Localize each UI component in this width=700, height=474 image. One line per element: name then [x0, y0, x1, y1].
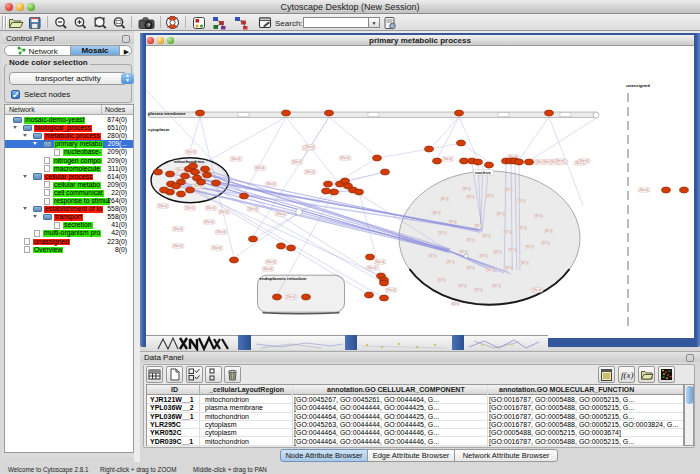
svg-text:[Go:st]: [Go:st] — [249, 207, 258, 211]
svg-text:[GO:s]: [GO:s] — [497, 212, 505, 216]
svg-text:[GO:s]: [GO:s] — [486, 194, 494, 198]
svg-text:[GO:s]: [GO:s] — [542, 241, 550, 245]
svg-text:[Go:st]: [Go:st] — [444, 157, 453, 161]
svg-text:[GO:s]: [GO:s] — [449, 220, 457, 224]
svg-text:[Go:st]: [Go:st] — [306, 145, 315, 149]
svg-text:[Go:st]: [Go:st] — [256, 166, 265, 170]
svg-text:[GO:s]: [GO:s] — [429, 254, 437, 258]
svg-text:[GO:s]: [GO:s] — [439, 231, 447, 235]
svg-text:[GO:s]: [GO:s] — [467, 266, 475, 270]
svg-text:mitochondrion: mitochondrion — [174, 159, 204, 164]
svg-text:[GO:s]: [GO:s] — [521, 261, 529, 265]
svg-text:[GO:s]: [GO:s] — [438, 278, 446, 282]
svg-text:[GO:s]: [GO:s] — [518, 199, 526, 203]
svg-text:[Go:st]: [Go:st] — [174, 227, 183, 231]
svg-text:[GO:s]: [GO:s] — [459, 284, 467, 288]
svg-text:[GO:s]: [GO:s] — [493, 284, 501, 288]
svg-text:[Go:st]: [Go:st] — [213, 246, 222, 250]
svg-text:[GO:s]: [GO:s] — [467, 238, 475, 242]
svg-text:[Go:st]: [Go:st] — [174, 244, 183, 248]
svg-text:[GO:s]: [GO:s] — [519, 226, 527, 230]
svg-text:[GO:s]: [GO:s] — [505, 188, 513, 192]
svg-text:[GO:s]: [GO:s] — [505, 266, 513, 270]
svg-text:plasma membrane: plasma membrane — [148, 111, 186, 116]
svg-text:[GO:s]: [GO:s] — [526, 245, 534, 249]
svg-text:[GO:s]: [GO:s] — [535, 214, 543, 218]
svg-text:[Go:st]: [Go:st] — [207, 206, 216, 210]
svg-text:cytoplasm: cytoplasm — [148, 127, 169, 132]
svg-text:[Go:st]: [Go:st] — [220, 210, 229, 214]
svg-text:[GO:s]: [GO:s] — [487, 268, 495, 272]
svg-text:[Go:st]: [Go:st] — [287, 295, 296, 299]
svg-text:[Go:st]: [Go:st] — [264, 267, 273, 271]
svg-text:[Go:st]: [Go:st] — [187, 150, 196, 154]
svg-text:[GO:s]: [GO:s] — [545, 229, 553, 233]
svg-text:[Go:st]: [Go:st] — [267, 260, 276, 264]
svg-text:[Go:st]: [Go:st] — [186, 206, 195, 210]
svg-text:[Go:st]: [Go:st] — [341, 156, 350, 160]
svg-text:nucleus: nucleus — [475, 170, 491, 175]
svg-text:[Go:st]: [Go:st] — [368, 266, 377, 270]
svg-text:[GO:s]: [GO:s] — [452, 302, 460, 306]
svg-text:[Go:st]: [Go:st] — [640, 188, 649, 192]
svg-text:[GO:s]: [GO:s] — [475, 288, 483, 292]
svg-text:[Go:st]: [Go:st] — [232, 157, 241, 161]
svg-text:[Go:st]: [Go:st] — [556, 159, 565, 163]
svg-text:[GO:s]: [GO:s] — [509, 248, 517, 252]
svg-text:[GO:s]: [GO:s] — [480, 254, 488, 258]
svg-text:[GO:s]: [GO:s] — [494, 250, 502, 254]
svg-text:unassigned: unassigned — [626, 83, 650, 88]
svg-text:[Go:st]: [Go:st] — [580, 159, 589, 163]
svg-text:[GO:s]: [GO:s] — [483, 234, 491, 238]
svg-text:[Go:st]: [Go:st] — [159, 204, 168, 208]
svg-text:[GO:s]: [GO:s] — [467, 195, 475, 199]
svg-text:[GO:s]: [GO:s] — [463, 187, 471, 191]
svg-text:[Go:st]: [Go:st] — [533, 288, 542, 292]
svg-text:[GO:s]: [GO:s] — [504, 230, 512, 234]
svg-text:[GO:s]: [GO:s] — [447, 260, 455, 264]
svg-text:[Go:st]: [Go:st] — [306, 170, 315, 174]
svg-text:[GO:s]: [GO:s] — [475, 224, 483, 228]
svg-text:[Go:st]: [Go:st] — [177, 168, 186, 172]
svg-text:[GO:s]: [GO:s] — [433, 211, 441, 215]
svg-text:[GO:s]: [GO:s] — [441, 197, 449, 201]
svg-text:[Go:st]: [Go:st] — [205, 220, 214, 224]
svg-text:[Go:st]: [Go:st] — [217, 230, 226, 234]
svg-text:[Go:st]: [Go:st] — [387, 288, 396, 292]
svg-text:[Go:st]: [Go:st] — [267, 182, 276, 186]
svg-text:[Go:st]: [Go:st] — [293, 160, 302, 164]
svg-text:f(x): f(x) — [621, 370, 634, 380]
svg-text:[Go:st]: [Go:st] — [277, 212, 286, 216]
svg-text:[GO:s]: [GO:s] — [460, 250, 468, 254]
svg-text:endoplasmic reticulum: endoplasmic reticulum — [260, 276, 307, 281]
svg-text:[Go:st]: [Go:st] — [376, 260, 385, 264]
